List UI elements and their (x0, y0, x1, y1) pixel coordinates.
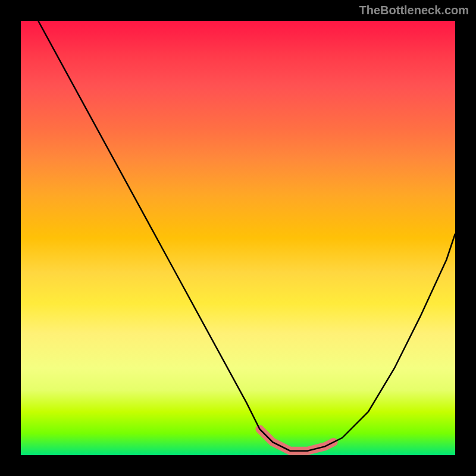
optimal-range-highlight (260, 429, 334, 451)
chart-svg (21, 21, 455, 455)
chart-plot-area (21, 21, 455, 455)
watermark-text: TheBottleneck.com (359, 4, 469, 17)
bottleneck-curve-line (38, 21, 455, 451)
